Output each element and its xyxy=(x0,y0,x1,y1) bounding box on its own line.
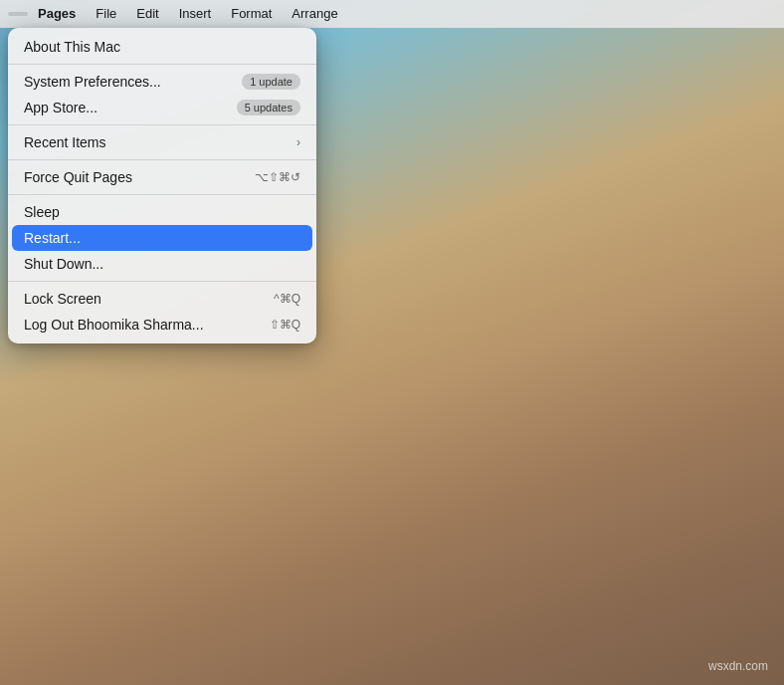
insert-menu-item[interactable]: Insert xyxy=(169,0,222,28)
menubar: Pages File Edit Insert Format Arrange xyxy=(0,0,784,28)
arrange-menu-item[interactable]: Arrange xyxy=(282,0,347,28)
system-prefs-badge: 1 update xyxy=(242,74,300,90)
edit-menu-item[interactable]: Edit xyxy=(126,0,168,28)
sleep-label: Sleep xyxy=(24,204,60,220)
pages-menu-item[interactable]: Pages xyxy=(28,0,86,28)
shut-down-item[interactable]: Shut Down... xyxy=(8,251,316,277)
log-out-shortcut: ⇧⌘Q xyxy=(270,318,300,332)
separator-2 xyxy=(8,124,316,125)
apple-dropdown-menu: About This Mac System Preferences... 1 u… xyxy=(8,28,316,343)
log-out-label: Log Out Bhoomika Sharma... xyxy=(24,317,204,333)
lock-screen-label: Lock Screen xyxy=(24,291,101,307)
file-menu-item[interactable]: File xyxy=(86,0,126,28)
apple-menu-item[interactable] xyxy=(8,12,28,16)
watermark: wsxdn.com xyxy=(708,659,768,673)
force-quit-label: Force Quit Pages xyxy=(24,169,132,185)
about-mac-label: About This Mac xyxy=(24,39,120,55)
system-prefs-label: System Preferences... xyxy=(24,74,161,90)
separator-1 xyxy=(8,64,316,65)
app-store-badge: 5 updates xyxy=(237,100,300,115)
system-prefs-item[interactable]: System Preferences... 1 update xyxy=(8,69,316,95)
recent-items-item[interactable]: Recent Items › xyxy=(8,129,316,155)
separator-3 xyxy=(8,159,316,160)
log-out-item[interactable]: Log Out Bhoomika Sharma... ⇧⌘Q xyxy=(8,312,316,338)
restart-label: Restart... xyxy=(24,230,81,246)
force-quit-shortcut: ⌥⇧⌘↺ xyxy=(255,170,300,184)
shut-down-label: Shut Down... xyxy=(24,256,103,272)
app-store-label: App Store... xyxy=(24,100,98,115)
app-store-item[interactable]: App Store... 5 updates xyxy=(8,95,316,120)
about-mac-item[interactable]: About This Mac xyxy=(8,34,316,60)
sleep-item[interactable]: Sleep xyxy=(8,199,316,225)
lock-screen-shortcut: ^⌘Q xyxy=(274,292,300,306)
restart-item[interactable]: Restart... xyxy=(12,225,312,251)
recent-items-chevron: › xyxy=(296,135,300,149)
separator-5 xyxy=(8,281,316,282)
force-quit-item[interactable]: Force Quit Pages ⌥⇧⌘↺ xyxy=(8,164,316,190)
recent-items-label: Recent Items xyxy=(24,134,105,150)
lock-screen-item[interactable]: Lock Screen ^⌘Q xyxy=(8,286,316,312)
separator-4 xyxy=(8,194,316,195)
format-menu-item[interactable]: Format xyxy=(221,0,282,28)
